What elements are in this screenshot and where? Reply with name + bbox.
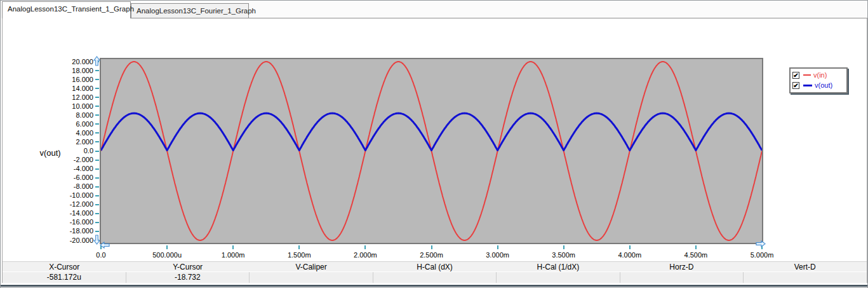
measure-col-value — [496, 272, 620, 283]
legend-entry-vin: ✔v(in) — [792, 70, 843, 80]
y-tick-mark — [95, 213, 99, 214]
y-tick-mark — [95, 195, 99, 196]
measurement-value-row: -581.172u-18.732 — [3, 271, 867, 283]
y-tick-label: 4.000 — [57, 129, 93, 137]
checkbox-checked-icon[interactable]: ✔ — [792, 72, 799, 79]
y-tick-label: -4.000 — [57, 165, 93, 172]
y-tick-label: -18.000 — [57, 227, 93, 235]
y-tick-label: 14.000 — [57, 85, 93, 92]
measure-col-label: H-Cal (dX) — [373, 262, 496, 271]
x-tick-mark — [298, 245, 300, 249]
y-tick-mark — [95, 151, 99, 152]
x-tick-label: 2.000m — [341, 251, 389, 259]
plot-area[interactable] — [100, 58, 763, 244]
x-tick-mark — [497, 245, 498, 249]
legend-label: v(out) — [815, 81, 832, 89]
y-tick-label: -10.000 — [57, 191, 93, 199]
checkbox-checked-icon[interactable]: ✔ — [792, 82, 799, 89]
measurement-header-row: X-CursorY-CursorV-CaliperH-Cal (dX)H-Cal… — [3, 261, 867, 271]
x-tick-label: 3.500m — [540, 251, 588, 259]
y-tick-mark — [95, 231, 99, 232]
y-tick-label: 12.000 — [57, 93, 93, 101]
measure-col-label: Vert-D — [744, 262, 867, 271]
y-tick-label: -8.000 — [57, 182, 93, 190]
x-tick-label: 1.500m — [275, 251, 323, 259]
legend-color-dash — [803, 85, 812, 86]
measure-col-label: X-Cursor — [3, 262, 126, 271]
x-tick-label: 5.000m — [738, 251, 786, 259]
measure-col-label: Horz-D — [620, 262, 743, 271]
y-tick-mark — [95, 106, 99, 107]
trace-vout — [101, 113, 762, 150]
measure-col-value — [249, 272, 373, 283]
y-tick-label: -14.000 — [57, 209, 93, 217]
x-tick-mark — [695, 245, 697, 249]
y-tick-label: -12.000 — [57, 200, 93, 208]
y-tick-mark — [95, 88, 99, 89]
pan-right-arrow[interactable] — [756, 240, 766, 247]
x-tick-mark — [166, 245, 168, 249]
y-tick-label: 18.000 — [57, 67, 93, 74]
x-tick-label: 4.000m — [606, 251, 654, 259]
measure-col-label: V-Caliper — [250, 262, 373, 271]
graph-tab-bar: AnalogLesson13C_Transient_1_Graph Analog… — [1, 1, 867, 18]
legend-label: v(in) — [813, 71, 827, 79]
y-tick-label: 20.000 — [57, 58, 93, 65]
x-tick-mark — [629, 245, 631, 249]
y-tick-label: 16.000 — [57, 76, 93, 83]
measure-col-label: H-Cal (1/dX) — [497, 262, 620, 271]
y-tick-mark — [95, 79, 99, 80]
y-tick-mark — [95, 141, 99, 142]
x-tick-mark — [563, 245, 564, 249]
x-tick-mark — [431, 245, 432, 249]
measure-col-value — [373, 272, 497, 283]
x-tick-label: 2.500m — [408, 251, 456, 259]
legend-entry-vout: ✔v(out) — [792, 80, 843, 90]
x-tick-mark — [232, 245, 234, 249]
waveform-canvas — [101, 59, 762, 243]
y-tick-mark — [95, 186, 99, 188]
tab-fourier-graph[interactable]: AnalogLesson13C_Fourier_1_Graph — [131, 3, 249, 18]
x-tick-label: 3.000m — [474, 251, 522, 259]
graph-panel: 20.00018.00016.00014.00012.00010.0008.00… — [2, 18, 867, 283]
window-bottom-edge — [1, 285, 867, 287]
y-tick-mark — [95, 123, 99, 125]
y-tick-label: 10.000 — [57, 102, 93, 110]
measure-col-value: -581.172u — [3, 272, 126, 283]
y-tick-mark — [95, 70, 99, 71]
pan-left-arrow[interactable] — [100, 242, 110, 249]
measure-col-value — [620, 272, 744, 283]
y-tick-label: -20.000 — [57, 237, 93, 244]
y-tick-label: 6.000 — [57, 120, 93, 128]
measure-col-label: Y-Cursor — [126, 262, 249, 271]
y-tick-mark — [95, 177, 99, 179]
legend-color-dash — [803, 74, 811, 76]
measure-col-value: -18.732 — [126, 272, 250, 283]
x-tick-label: 0.0 — [77, 251, 125, 259]
y-tick-mark — [95, 97, 99, 98]
y-tick-label: -6.000 — [57, 174, 93, 181]
y-axis-title: v(out) — [27, 148, 74, 158]
y-tick-label: 8.000 — [57, 111, 93, 119]
pan-up-arrow[interactable] — [93, 56, 100, 66]
y-tick-mark — [95, 160, 99, 161]
graph-window: AnalogLesson13C_Transient_1_Graph Analog… — [0, 0, 868, 288]
x-tick-label: 500.000u — [143, 251, 191, 259]
legend-box[interactable]: ✔v(in)✔v(out) — [789, 67, 848, 93]
y-tick-mark — [95, 114, 99, 116]
y-tick-label: 2.000 — [57, 138, 93, 146]
y-tick-mark — [95, 132, 99, 134]
y-tick-mark — [95, 168, 99, 170]
y-tick-label: -16.000 — [57, 218, 93, 226]
measure-col-value — [743, 272, 867, 283]
y-tick-mark — [95, 204, 99, 205]
x-tick-label: 4.500m — [672, 251, 720, 259]
y-tick-mark — [95, 222, 99, 223]
x-tick-mark — [364, 245, 366, 249]
x-tick-label: 1.000m — [209, 251, 257, 259]
tab-transient-graph[interactable]: AnalogLesson13C_Transient_1_Graph — [2, 1, 131, 18]
